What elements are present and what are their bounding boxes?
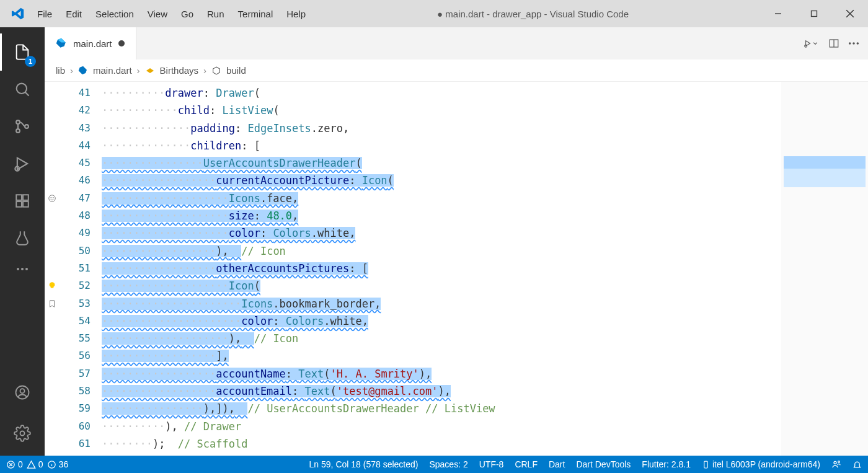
tab-main-dart[interactable]: main.dart (45, 27, 136, 60)
svg-point-3 (16, 129, 20, 133)
dart-file-icon (78, 66, 88, 76)
split-editor-action[interactable] (828, 38, 839, 49)
breadcrumb[interactable]: lib › main.dart › Birthdays › build (45, 60, 868, 82)
svg-point-14 (20, 389, 25, 393)
line-number-gutter: 4142434445464748495051525354555657585960… (60, 82, 102, 456)
status-warnings[interactable]: 0 (27, 459, 43, 469)
explorer-badge: 1 (25, 56, 36, 67)
activity-run-debug[interactable] (0, 145, 45, 182)
svg-point-2 (16, 120, 20, 124)
editor-actions (802, 27, 868, 60)
menu-terminal[interactable]: Terminal (238, 9, 273, 19)
editor-group: main.dart lib › main.dart › (45, 27, 868, 456)
svg-point-12 (25, 268, 28, 270)
bookmark-gutter-icon[interactable] (45, 295, 60, 312)
activity-testing[interactable] (0, 219, 45, 257)
activity-explorer[interactable]: 1 (0, 33, 45, 71)
glyph-margin (45, 82, 60, 456)
svg-rect-6 (16, 195, 22, 200)
breadcrumb-seg-method[interactable]: build (226, 65, 246, 76)
menu-go[interactable]: Go (181, 9, 193, 19)
status-notifications-icon[interactable] (852, 460, 862, 469)
class-icon (145, 66, 155, 76)
activity-settings[interactable] (0, 415, 45, 452)
status-flutter[interactable]: Flutter: 2.8.1 (642, 459, 691, 469)
titlebar: File Edit Selection View Go Run Terminal… (0, 0, 868, 27)
status-device[interactable]: itel L6003P (android-arm64) (702, 459, 820, 469)
chevron-right-icon: › (70, 65, 73, 76)
svg-point-18 (849, 42, 851, 45)
window-title: ● main.dart - drawer_app - Visual Studio… (306, 9, 760, 19)
svg-point-20 (857, 42, 859, 45)
svg-point-27 (834, 461, 836, 464)
svg-rect-7 (16, 201, 22, 207)
code-content[interactable]: ··········drawer: Drawer(············chi… (102, 82, 781, 456)
window-controls (760, 0, 868, 27)
more-editor-actions[interactable] (848, 42, 859, 45)
vscode-logo-icon (0, 7, 36, 20)
status-devtools[interactable]: Dart DevTools (576, 459, 631, 469)
activity-bar: 1 (0, 27, 45, 456)
menu-selection[interactable]: Selection (95, 9, 134, 19)
dart-file-icon (56, 38, 67, 49)
menu-run[interactable]: Run (207, 9, 224, 19)
svg-point-11 (21, 268, 24, 270)
status-bar: 0 0 36 Ln 59, Col 18 (578 selected) Spac… (0, 456, 868, 473)
svg-point-10 (17, 268, 19, 270)
activity-extensions[interactable] (0, 182, 45, 219)
tabs-row: main.dart (45, 27, 868, 60)
menu-edit[interactable]: Edit (66, 9, 82, 19)
svg-point-22 (50, 197, 51, 198)
status-info[interactable]: 36 (47, 459, 69, 469)
svg-point-1 (17, 84, 27, 94)
menu-bar: File Edit Selection View Go Run Terminal… (36, 9, 306, 19)
svg-point-28 (838, 461, 840, 463)
close-button[interactable] (832, 0, 868, 27)
breadcrumb-seg-class[interactable]: Birthdays (160, 65, 199, 76)
breadcrumb-seg-lib[interactable]: lib (56, 65, 65, 76)
svg-rect-0 (812, 11, 817, 17)
menu-file[interactable]: File (37, 9, 52, 19)
tab-label: main.dart (73, 38, 112, 49)
dart-devtools-gutter-icon[interactable] (45, 190, 60, 207)
chevron-right-icon: › (137, 65, 140, 76)
chevron-right-icon: › (203, 65, 206, 76)
dirty-indicator-icon (118, 40, 125, 46)
status-cursor[interactable]: Ln 59, Col 18 (578 selected) (309, 459, 418, 469)
svg-point-15 (20, 431, 25, 436)
status-encoding[interactable]: UTF-8 (479, 459, 504, 469)
activity-more-icon[interactable] (0, 257, 45, 281)
svg-rect-26 (704, 461, 707, 468)
status-live-share-icon[interactable] (831, 459, 841, 469)
breadcrumb-seg-file[interactable]: main.dart (93, 65, 132, 76)
svg-point-23 (53, 197, 54, 198)
svg-rect-8 (23, 201, 29, 207)
menu-help[interactable]: Help (286, 9, 306, 19)
minimap[interactable] (781, 82, 868, 456)
svg-rect-9 (23, 195, 29, 200)
svg-point-4 (25, 125, 29, 128)
activity-search[interactable] (0, 71, 45, 108)
run-debug-action[interactable] (802, 38, 820, 49)
status-eol[interactable]: CRLF (515, 459, 538, 469)
method-icon (211, 66, 221, 76)
editor[interactable]: 4142434445464748495051525354555657585960… (45, 82, 868, 456)
maximize-button[interactable] (796, 0, 832, 27)
svg-point-19 (852, 42, 855, 45)
menu-view[interactable]: View (148, 9, 167, 19)
status-spaces[interactable]: Spaces: 2 (429, 459, 467, 469)
main-area: 1 main.dart (0, 27, 868, 456)
lightbulb-icon[interactable] (45, 277, 60, 294)
activity-source-control[interactable] (0, 108, 45, 145)
svg-point-21 (49, 195, 56, 202)
minimize-button[interactable] (760, 0, 796, 27)
activity-accounts[interactable] (0, 374, 45, 411)
status-language[interactable]: Dart (549, 459, 565, 469)
status-errors[interactable]: 0 (6, 459, 23, 469)
